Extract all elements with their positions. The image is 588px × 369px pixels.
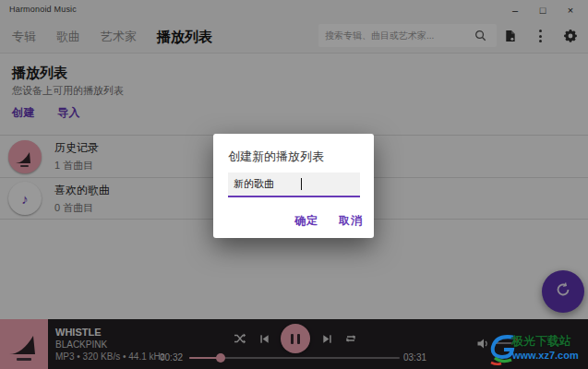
cancel-button[interactable]: 取消 bbox=[339, 213, 363, 229]
create-playlist-dialog: 创建新的播放列表 确定 取消 bbox=[213, 134, 374, 238]
site-watermark: 极光下载站 www.xz7.com bbox=[487, 332, 587, 367]
watermark-site-name: 极光下载站 bbox=[511, 333, 571, 350]
dialog-actions: 确定 取消 bbox=[294, 213, 363, 229]
watermark-url: www.xz7.com bbox=[512, 350, 579, 361]
playlist-name-field[interactable] bbox=[228, 173, 360, 197]
text-caret bbox=[301, 178, 302, 190]
confirm-button[interactable]: 确定 bbox=[294, 213, 318, 229]
playlist-name-input[interactable] bbox=[234, 179, 354, 190]
dialog-title: 创建新的播放列表 bbox=[228, 149, 324, 165]
